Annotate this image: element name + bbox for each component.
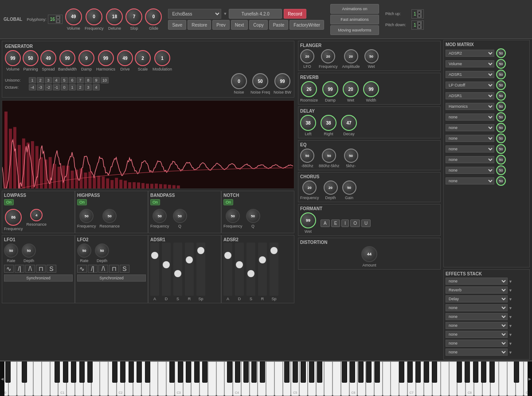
knob-control[interactable]: 49: [65, 8, 82, 25]
white-key-A6[interactable]: [391, 361, 399, 396]
unison-btn-1[interactable]: 1: [29, 77, 36, 83]
formant-btn-E[interactable]: E: [331, 220, 340, 227]
effect-select-7[interactable]: none: [446, 340, 508, 347]
knob-control[interactable]: 0: [145, 8, 162, 25]
mod-amount-knob-9[interactable]: 50: [496, 144, 506, 154]
effect-select-3[interactable]: none: [446, 304, 508, 311]
white-key-A3[interactable]: [216, 361, 225, 396]
next-btn[interactable]: Next: [231, 20, 248, 30]
lfo2-sine-btn[interactable]: ∿: [77, 265, 87, 273]
polyphony-down-btn[interactable]: ▼: [56, 20, 60, 23]
mod-source-select-7[interactable]: none: [446, 124, 494, 131]
octave-btn-1[interactable]: 1: [69, 84, 76, 90]
black-key-F#1[interactable]: [112, 361, 117, 383]
adsr-slider-D[interactable]: [162, 243, 171, 296]
knob-control[interactable]: 50: [322, 149, 336, 163]
black-key-F#5[interactable]: [342, 361, 347, 383]
bandpass-on-btn[interactable]: On: [150, 199, 160, 205]
knob-control[interactable]: 20: [300, 49, 314, 63]
unison-btn-8[interactable]: 8: [85, 77, 92, 83]
lfo1-sh-btn[interactable]: S: [47, 265, 56, 273]
highpass-freq-knob[interactable]: 50: [79, 209, 94, 223]
effect-dropdown-7[interactable]: ▼: [509, 341, 512, 346]
mod-source-select-0[interactable]: ADSR2: [446, 50, 494, 57]
black-key-A#6[interactable]: [432, 361, 437, 383]
black-key-A#4[interactable]: [317, 361, 322, 383]
unison-btn-6[interactable]: 6: [69, 77, 76, 83]
effect-select-1[interactable]: Reverb: [446, 286, 508, 294]
knob-control[interactable]: 99: [98, 50, 114, 66]
knob-control[interactable]: 20: [321, 49, 335, 63]
black-key-F#8[interactable]: [514, 361, 519, 383]
white-key-G6[interactable]: [383, 361, 391, 396]
effect-dropdown-8[interactable]: ▼: [509, 350, 512, 355]
white-key-A2[interactable]: [158, 361, 166, 396]
black-key-A#5[interactable]: [375, 361, 380, 383]
black-key-D#6[interactable]: [366, 361, 372, 383]
effect-select-5[interactable]: none: [446, 322, 508, 329]
black-key-G#5[interactable]: [358, 361, 364, 383]
lfo2-sync-btn[interactable]: Synchronized: [77, 274, 146, 282]
mod-amount-knob-1[interactable]: 50: [496, 59, 506, 69]
knob-control[interactable]: 38: [300, 115, 316, 131]
polyphony-up-btn[interactable]: ▲: [56, 16, 60, 19]
knob-control[interactable]: 2: [135, 50, 151, 66]
white-key-G7[interactable]: [441, 361, 449, 396]
copy-btn[interactable]: Copy: [249, 20, 267, 30]
formant-wet-knob[interactable]: 99: [300, 212, 316, 228]
effect-dropdown-5[interactable]: ▼: [509, 324, 512, 328]
mod-amount-knob-8[interactable]: 50: [496, 133, 506, 143]
adsr-slider-S[interactable]: [246, 243, 255, 296]
black-key-D#5[interactable]: [309, 361, 314, 383]
lfo1-tri-btn[interactable]: /\: [25, 265, 35, 273]
black-key-D#3[interactable]: [194, 361, 200, 383]
lfo1-sync-btn[interactable]: Synchronized: [4, 274, 73, 282]
white-key-G5[interactable]: [324, 361, 332, 396]
black-key-A#1[interactable]: [145, 361, 150, 383]
mod-amount-knob-12[interactable]: 50: [496, 176, 506, 186]
black-key-C#0[interactable]: [5, 361, 11, 383]
black-key-F#6[interactable]: [399, 361, 404, 383]
unison-btn-4[interactable]: 4: [53, 77, 60, 83]
black-key-C#7[interactable]: [407, 361, 413, 383]
white-key-G2[interactable]: [150, 361, 158, 396]
black-key-A#7[interactable]: [489, 361, 495, 383]
black-key-F#3[interactable]: [227, 361, 232, 383]
black-key-D#0[interactable]: [22, 361, 27, 383]
mod-amount-knob-5[interactable]: 50: [496, 102, 506, 111]
effect-select-0[interactable]: none: [446, 278, 508, 285]
pitch-down-inc-btn[interactable]: ▲: [417, 21, 422, 25]
black-key-C#8[interactable]: [465, 361, 470, 383]
unison-btn-9[interactable]: 9: [93, 77, 100, 83]
knob-control[interactable]: 99: [59, 50, 75, 66]
white-key-G0[interactable]: [33, 361, 42, 396]
knob-control[interactable]: 18: [106, 8, 123, 25]
black-key-G#4[interactable]: [301, 361, 306, 383]
lfo2-saw-btn[interactable]: /|: [88, 265, 98, 273]
lfo2-sh-btn[interactable]: S: [120, 265, 129, 273]
knob-control[interactable]: 9: [78, 50, 94, 66]
black-key-D#4[interactable]: [251, 361, 257, 383]
notch-freq-knob[interactable]: 50: [226, 209, 240, 223]
white-key-A5[interactable]: [332, 361, 341, 396]
knob-control[interactable]: 20: [324, 180, 338, 195]
adsr-slider-D[interactable]: [235, 243, 244, 296]
adsr-slider-S[interactable]: [173, 243, 182, 296]
black-key-A#2[interactable]: [202, 361, 207, 383]
lfo2-depth-knob[interactable]: 50: [95, 243, 109, 258]
lfo2-rate-knob[interactable]: 50: [77, 243, 91, 258]
black-key-D#1[interactable]: [79, 361, 85, 383]
lfo1-depth-knob[interactable]: 50: [22, 243, 36, 258]
mod-source-select-4[interactable]: ADSR1: [446, 92, 494, 99]
knob-control[interactable]: 50: [364, 49, 379, 63]
effect-dropdown-1[interactable]: ▼: [509, 288, 512, 293]
unison-btn-7[interactable]: 7: [77, 77, 84, 83]
keyboard-scroll-right[interactable]: ►: [528, 361, 532, 396]
knob-control[interactable]: 20: [344, 49, 358, 63]
notch-q-knob[interactable]: 50: [246, 209, 260, 223]
effect-select-2[interactable]: Delay: [446, 295, 508, 302]
black-key-G#2[interactable]: [186, 361, 191, 383]
mod-source-select-8[interactable]: none: [446, 135, 494, 142]
knob-control[interactable]: 1: [154, 50, 170, 66]
effect-dropdown-6[interactable]: ▼: [509, 333, 512, 337]
